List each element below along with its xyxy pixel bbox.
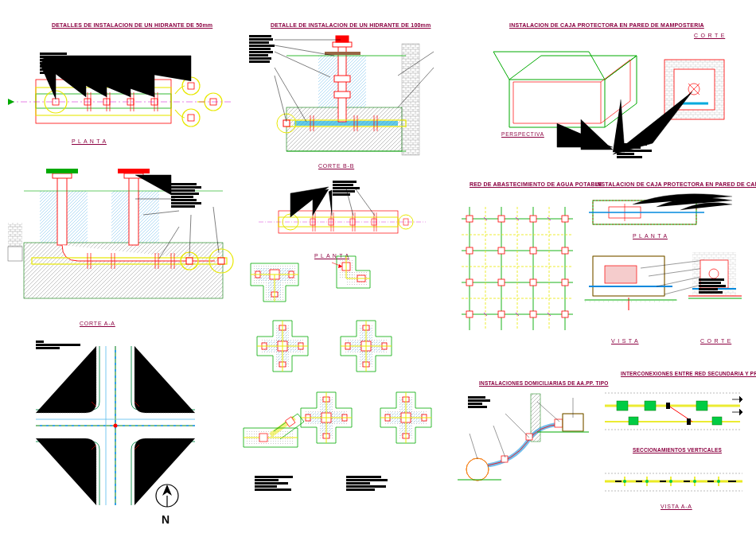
hydrant-50-plan <box>8 32 231 159</box>
title-interconnections: INTERCONEXIONES ENTRE RED SECUNDARIA Y P… <box>621 371 756 376</box>
svg-point-128 <box>114 424 118 428</box>
svg-rect-111 <box>498 279 505 286</box>
north-label: N <box>162 513 170 526</box>
svg-rect-42 <box>57 175 67 245</box>
label-perspectiva: PERSPECTIVA <box>501 131 544 137</box>
svg-rect-107 <box>498 247 505 254</box>
svg-rect-41 <box>8 247 22 261</box>
svg-rect-137 <box>555 419 563 427</box>
svg-rect-43 <box>53 173 72 178</box>
legend-block-9 <box>36 341 80 349</box>
svg-rect-141 <box>645 401 656 411</box>
svg-rect-24 <box>333 42 352 47</box>
legend-block-2 <box>249 35 275 63</box>
svg-rect-115 <box>498 311 505 317</box>
label-corte-1: C O R T E <box>694 33 725 38</box>
svg-rect-106 <box>466 247 473 254</box>
label-vista-aa: VISTA A-A <box>661 504 692 509</box>
svg-rect-124 <box>605 266 637 283</box>
legend-block-10 <box>468 396 490 408</box>
svg-rect-52 <box>218 258 224 264</box>
legend-block-5 <box>333 181 360 196</box>
svg-rect-110 <box>466 279 473 286</box>
svg-rect-145 <box>666 403 670 409</box>
svg-rect-40 <box>8 223 22 247</box>
title-hydrant-100: DETALLE DE INSTALACION DE UN HIDRANTE DE… <box>271 22 431 28</box>
legend-block-3 <box>617 143 652 158</box>
svg-rect-135 <box>501 456 508 462</box>
cross-fittings <box>251 267 466 489</box>
label-vista-1: V I S T A <box>611 338 639 344</box>
svg-rect-146 <box>687 418 691 425</box>
label-planta-2: P L A N T A <box>314 253 349 259</box>
svg-rect-14 <box>188 83 194 89</box>
legend-block-6b <box>346 476 388 491</box>
svg-rect-104 <box>530 216 536 222</box>
household-connection <box>458 394 593 497</box>
svg-rect-47 <box>118 169 150 173</box>
svg-rect-136 <box>526 434 532 440</box>
water-network <box>454 195 581 342</box>
svg-marker-18 <box>8 99 14 105</box>
svg-rect-113 <box>562 279 568 286</box>
svg-point-147 <box>623 480 626 483</box>
drawing-sheet: DETALLES DE INSTALACION DE UN HIDRANTE D… <box>0 0 756 541</box>
legend-block-8 <box>699 278 726 294</box>
box-cana <box>585 193 744 352</box>
svg-point-148 <box>645 480 649 483</box>
svg-rect-26 <box>334 91 350 98</box>
svg-rect-44 <box>46 169 78 173</box>
title-household: INSTALACIONES DOMICILIARIAS DE AA.PP. TI… <box>479 380 609 386</box>
legend-block-1 <box>40 53 73 74</box>
svg-rect-105 <box>562 216 568 222</box>
label-corte-2: C O R T E <box>700 338 731 344</box>
svg-rect-102 <box>466 216 473 222</box>
svg-point-150 <box>693 480 696 483</box>
svg-rect-116 <box>530 311 536 317</box>
svg-rect-117 <box>562 311 568 317</box>
svg-rect-103 <box>498 216 505 222</box>
title-hydrant-50: DETALLES DE INSTALACION DE UN HIDRANTE D… <box>52 22 212 28</box>
label-corte-aa: CORTE A-A <box>80 321 115 326</box>
label-corte-bb: CORTE B-B <box>318 163 354 169</box>
svg-point-134 <box>466 458 489 481</box>
svg-rect-144 <box>712 417 722 425</box>
svg-rect-114 <box>466 311 473 317</box>
title-box-masonry: INSTALACION DE CAJA PROTECTORA EN PARED … <box>509 22 704 28</box>
title-box-cana: INSTALACION DE CAJA PROTECTORA EN PARED … <box>595 181 756 187</box>
svg-point-151 <box>717 480 720 483</box>
svg-rect-25 <box>334 76 350 82</box>
svg-rect-36 <box>24 243 223 298</box>
legend-block-6a <box>255 476 293 491</box>
title-vertical-sections: SECCIONAMIENTOS VERTICALES <box>633 447 722 453</box>
vertical-sections <box>601 457 748 505</box>
svg-rect-45 <box>129 175 138 245</box>
label-planta-3: P L A N T A <box>633 233 668 239</box>
svg-rect-108 <box>530 247 536 254</box>
svg-rect-51 <box>186 258 193 264</box>
svg-rect-15 <box>188 115 194 121</box>
interconnections <box>601 382 748 438</box>
svg-point-149 <box>669 480 672 483</box>
svg-rect-27 <box>336 36 349 42</box>
svg-rect-142 <box>696 401 707 411</box>
label-planta-1: P L A N T A <box>72 138 107 144</box>
svg-rect-28 <box>325 52 360 55</box>
hydrant-50-section-aa <box>8 167 247 326</box>
legend-block-4 <box>171 183 201 208</box>
svg-rect-109 <box>562 247 568 254</box>
svg-rect-143 <box>629 417 638 425</box>
svg-rect-77 <box>259 434 267 442</box>
svg-rect-140 <box>617 401 628 411</box>
box-masonry <box>485 32 740 167</box>
title-water-network: RED DE ABASTECIMIENTO DE AGUA POTABLE <box>470 181 602 187</box>
svg-rect-112 <box>530 279 536 286</box>
svg-rect-19 <box>402 44 419 155</box>
